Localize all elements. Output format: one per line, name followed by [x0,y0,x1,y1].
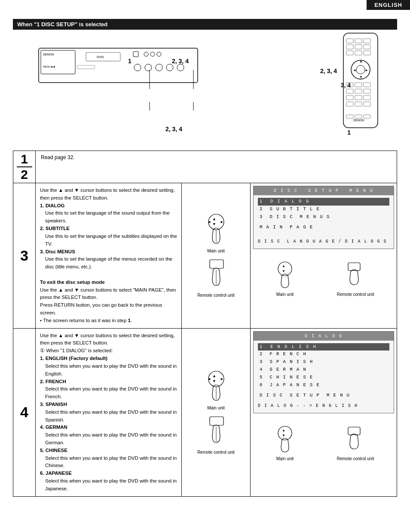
svg-rect-47 [364,102,370,106]
diag-label-34: 3, 4 [341,82,351,89]
step-4-images: ▲ ▼ ◄ ► Main unit Remote control unit [182,328,251,496]
svg-point-11 [156,64,162,71]
svg-text:▲: ▲ [282,264,285,268]
svg-point-12 [166,64,173,71]
step-row-3: 3 Use the ▲ and ▼ cursor buttons to sele… [13,183,397,329]
svg-rect-25 [355,45,362,49]
svg-text:DVD: DVD [97,55,104,59]
svg-rect-41 [364,89,370,93]
diag-label-234-mid: 2, 3, 4 [320,68,337,74]
diag-label-1-bot: 1 [347,129,351,136]
step-3-remote-label: Remote control unit [184,293,248,298]
step-number-4: 4 [13,328,36,496]
svg-text:▲: ▲ [282,428,285,432]
svg-rect-26 [364,45,370,49]
svg-text:DENON: DENON [353,119,364,122]
svg-text:◄: ◄ [207,377,211,381]
diagram-area: DENON DVD MENU ■ ■ 1 2, 3, 4 2, 3, 4 [13,31,397,147]
step-3-screen-title: D I S C S E T U P M E N U [254,186,394,195]
step-3-screen-main-icon: ▲ ▼ [273,261,297,289]
step-12-text: Read page 32. [36,151,397,183]
svg-text:DENON: DENON [43,53,54,56]
svg-rect-39 [346,89,353,93]
step-4-screen: D I A L O G 1 E N G L I S H 2 F R E N C … [251,328,397,496]
step-4-screen-remote-label: Remote control unit [337,456,374,461]
svg-rect-5 [133,52,138,57]
step-4-main-label: Main unit [184,406,248,410]
svg-rect-51 [364,115,370,118]
svg-rect-23 [364,39,370,43]
svg-rect-50 [355,115,362,118]
svg-rect-27 [346,51,353,55]
step-3-screen-remote-label: Remote control unit [337,292,374,297]
section-title: When "1 DISC SETUP" is selected [13,19,397,30]
svg-rect-37 [355,83,362,87]
step-4-remote-label: Remote control unit [184,450,248,455]
steps-table: 1 2 Read page 32. 3 Use the ▲ and ▼ curs… [13,151,397,497]
svg-rect-28 [355,51,362,55]
step-4-screen-main-label: Main unit [273,456,297,461]
svg-text:◄: ◄ [353,68,356,72]
svg-rect-0 [39,48,198,83]
step-4-screen-title: D I A L O G [254,332,394,341]
svg-text:▼: ▼ [282,269,285,273]
svg-rect-70 [210,417,223,425]
svg-text:▼: ▼ [212,379,216,383]
svg-rect-14 [77,65,95,69]
step-3-remote-icon [201,258,231,290]
step-number-12: 1 2 [13,151,36,183]
svg-rect-49 [346,115,353,118]
svg-point-8 [157,52,161,56]
step-row-4: 4 Use the ▲ and ▼ cursor buttons to sele… [13,328,397,496]
svg-rect-58 [210,260,223,268]
svg-rect-45 [346,102,353,106]
svg-text:►: ► [220,377,224,381]
svg-text:▼: ▼ [359,75,363,79]
svg-rect-38 [364,83,370,87]
svg-rect-20 [343,33,378,128]
step-4-text: Use the ▲ and ▼ cursor buttons to select… [36,328,182,496]
svg-text:▲: ▲ [212,374,216,378]
svg-rect-42 [346,95,353,100]
step-3-text: Use the ▲ and ▼ cursor buttons to select… [36,183,182,329]
language-header: ENGLISH [367,0,410,10]
step-row-12: 1 2 Read page 32. [13,151,397,183]
svg-point-31 [356,65,365,74]
diag-label-1-top: 1 [128,58,132,65]
svg-point-13 [177,64,184,71]
svg-rect-43 [355,95,362,100]
step-3-screen-remote-icon [344,261,367,289]
step-3-screen-main-label: Main unit [273,292,297,297]
svg-text:▼: ▼ [212,222,216,226]
svg-rect-75 [348,427,360,435]
svg-rect-40 [355,89,362,93]
step-4-screen-remote-icon [344,425,367,453]
svg-rect-24 [346,45,353,49]
svg-rect-21 [346,39,353,43]
step-3-images: ▲ ▼ ◄ ► Main unit Remote control unit [182,183,251,329]
diag-label-234-bot: 2, 3, 4 [165,126,182,132]
svg-text:◄: ◄ [207,220,211,224]
step-4-remote-icon [201,415,231,447]
svg-text:►: ► [220,220,224,224]
step-4-screen-box: D I A L O G 1 E N G L I S H 2 F R E N C … [253,331,394,413]
svg-rect-63 [348,263,360,271]
step-4-screen-main-icon: ▲ ▼ [273,425,297,453]
step-3-main-label: Main unit [184,249,248,253]
step-number-3: 3 [13,183,36,329]
svg-rect-44 [364,95,370,100]
svg-text:▼: ▼ [282,434,285,437]
svg-text:►: ► [365,68,368,72]
svg-point-10 [145,64,152,71]
step-3-main-unit-icon: ▲ ▼ ◄ ► [201,213,231,246]
svg-rect-46 [355,102,362,106]
svg-text:MENU ■ ■: MENU ■ ■ [43,65,55,68]
svg-text:▲: ▲ [359,59,363,63]
step-3-screen: D I S C S E T U P M E N U 1 D I A L O G … [251,183,397,329]
svg-point-7 [150,52,155,56]
svg-point-6 [144,52,148,56]
svg-rect-22 [355,39,362,43]
svg-text:▲: ▲ [212,217,216,221]
step-3-screen-box: D I S C S E T U P M E N U 1 D I A L O G … [253,186,394,249]
svg-rect-29 [364,51,370,55]
